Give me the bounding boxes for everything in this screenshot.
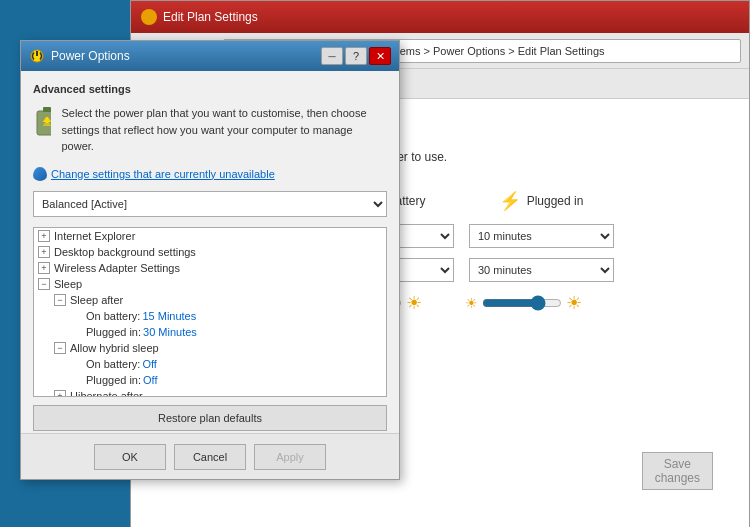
hybrid-sleep-label: Allow hybrid sleep: [70, 342, 159, 354]
sleep-plugged-dropdown[interactable]: 30 minutes 15 minutes Never: [469, 258, 614, 282]
plugged-brightness-slider[interactable]: [482, 295, 562, 311]
dialog-footer: OK Cancel Apply: [21, 433, 399, 479]
sun-bright-icon-2: ☀: [566, 292, 582, 314]
sleep-plugged-dropdown-container: 30 minutes 15 minutes Never: [461, 258, 621, 282]
desktop-label: Desktop background settings: [54, 246, 196, 258]
hibernate-expander[interactable]: +: [54, 390, 66, 397]
save-changes-button[interactable]: Save changes: [642, 452, 713, 490]
dialog-help-button[interactable]: ?: [345, 47, 367, 65]
shield-icon: [33, 167, 47, 181]
restore-defaults-button[interactable]: Restore plan defaults: [33, 405, 387, 431]
sleep-battery-value: 15 Minutes: [142, 310, 196, 322]
plugged-icon: ⚡: [499, 190, 521, 212]
plugged-column-header: ⚡ Plugged in: [461, 188, 621, 214]
power-title-icon: [29, 48, 45, 64]
browser-titlebar: Edit Plan Settings: [131, 1, 749, 33]
ok-button[interactable]: OK: [94, 444, 166, 470]
dialog-title: Power Options: [51, 49, 315, 63]
tree-item-hibernate[interactable]: + Hibernate after: [34, 388, 386, 397]
sleep-plugged-value: 30 Minutes: [143, 326, 197, 338]
tree-item-sleep-after[interactable]: − Sleep after: [34, 292, 386, 308]
tree-item-hybrid-battery[interactable]: On battery: Off: [34, 356, 386, 372]
power-icon: [33, 105, 51, 141]
dialog-title-buttons: ─ ? ✕: [321, 47, 391, 65]
sleep-after-expander[interactable]: −: [54, 294, 66, 306]
wireless-expander[interactable]: +: [38, 262, 50, 274]
hybrid-plugged-label: Plugged in:: [86, 374, 141, 386]
desktop-expander[interactable]: +: [38, 246, 50, 258]
sleep-after-label: Sleep after: [70, 294, 123, 306]
hybrid-battery-label: On battery:: [86, 358, 140, 370]
sun-bright-icon: ☀: [406, 292, 422, 314]
tree-item-ie[interactable]: + Internet Explorer: [34, 228, 386, 244]
power-options-dialog: Power Options ─ ? ✕ Advanced settings: [20, 40, 400, 480]
cancel-button[interactable]: Cancel: [174, 444, 246, 470]
tree-item-sleep-battery[interactable]: On battery: 15 Minutes: [34, 308, 386, 324]
plan-dropdown[interactable]: Balanced [Active]: [33, 191, 387, 217]
ie-expander[interactable]: +: [38, 230, 50, 242]
tree-item-hybrid-plugged[interactable]: Plugged in: Off: [34, 372, 386, 388]
tree-item-desktop[interactable]: + Desktop background settings: [34, 244, 386, 260]
ie-label: Internet Explorer: [54, 230, 135, 242]
sun-dim-icon-2: ☀: [465, 295, 478, 311]
info-text: Select the power plan that you want to c…: [61, 105, 387, 155]
display-plugged-dropdown[interactable]: 10 minutes 15 minutes 30 minutes Never: [469, 224, 614, 248]
svg-rect-1: [37, 111, 51, 135]
plugged-label: Plugged in: [527, 194, 584, 208]
plugged-brightness-slider-container: ☀ ☀: [461, 292, 621, 314]
dialog-close-button[interactable]: ✕: [369, 47, 391, 65]
hibernate-label: Hibernate after: [70, 390, 143, 397]
browser-title: Edit Plan Settings: [163, 10, 258, 24]
tree-item-wireless[interactable]: + Wireless Adapter Settings: [34, 260, 386, 276]
hybrid-battery-value: Off: [142, 358, 156, 370]
sleep-battery-label: On battery:: [86, 310, 140, 322]
change-settings-link[interactable]: Change settings that are currently unava…: [51, 168, 275, 180]
tree-view[interactable]: + Internet Explorer + Desktop background…: [33, 227, 387, 397]
sleep-expander[interactable]: −: [38, 278, 50, 290]
info-row: Select the power plan that you want to c…: [33, 105, 387, 155]
svg-rect-2: [43, 107, 51, 112]
hybrid-expander[interactable]: −: [54, 342, 66, 354]
sleep-tree-label: Sleep: [54, 278, 82, 290]
tree-item-sleep-plugged[interactable]: Plugged in: 30 Minutes: [34, 324, 386, 340]
apply-button[interactable]: Apply: [254, 444, 326, 470]
browser-icon: [141, 9, 157, 25]
advanced-settings-label: Advanced settings: [33, 83, 387, 95]
sleep-plugged-label: Plugged in:: [86, 326, 141, 338]
display-plugged-dropdown-container: 10 minutes 15 minutes 30 minutes Never: [461, 224, 621, 248]
shield-link-row: Change settings that are currently unava…: [33, 167, 387, 181]
tree-item-sleep[interactable]: − Sleep: [34, 276, 386, 292]
wireless-label: Wireless Adapter Settings: [54, 262, 180, 274]
hybrid-plugged-value: Off: [143, 374, 157, 386]
dialog-minimize-button[interactable]: ─: [321, 47, 343, 65]
dialog-titlebar: Power Options ─ ? ✕: [21, 41, 399, 71]
tree-item-hybrid-sleep[interactable]: − Allow hybrid sleep: [34, 340, 386, 356]
dialog-body: Advanced settings Select the power plan …: [21, 71, 399, 453]
